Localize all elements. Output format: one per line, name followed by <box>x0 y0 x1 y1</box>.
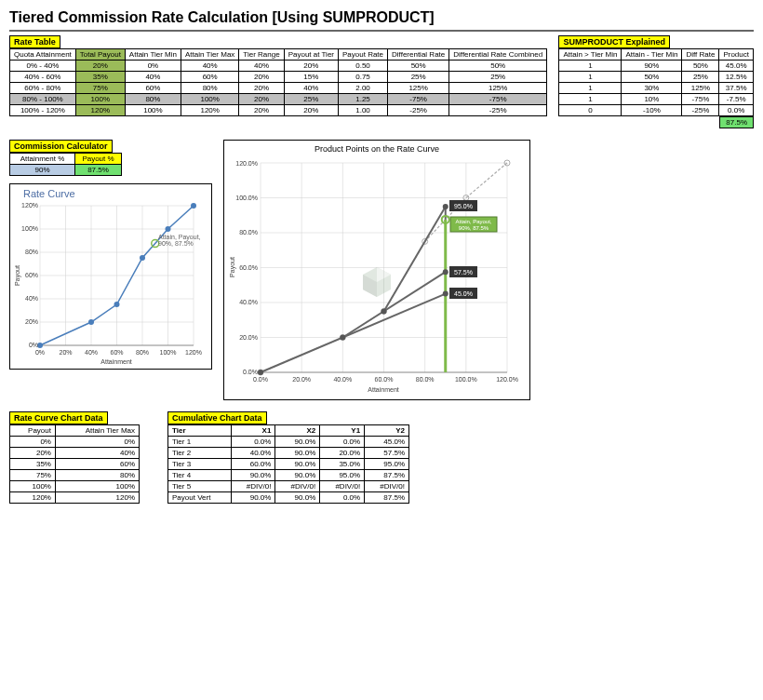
cell: 60% <box>181 72 239 83</box>
rate-table-title: Rate Table <box>9 35 60 48</box>
cell: 25% <box>284 94 338 105</box>
svg-text:Attainment: Attainment <box>100 358 132 364</box>
cell: 2.00 <box>339 83 388 94</box>
cell: #DIV/0! <box>320 481 365 492</box>
col-header: X2 <box>275 425 320 437</box>
cell: 90.0% <box>275 459 320 470</box>
svg-point-17 <box>140 255 145 261</box>
svg-text:0%: 0% <box>35 349 45 356</box>
calculator-table: Attainment % Payout % 90% 87.5% <box>9 153 122 176</box>
cell: 60% <box>125 83 181 94</box>
cell: 1 <box>559 72 622 83</box>
cell: 90.0% <box>275 492 320 504</box>
svg-point-67 <box>443 291 448 297</box>
cell: 45.0% <box>365 437 409 448</box>
svg-line-62 <box>384 207 446 312</box>
cell: 10% <box>622 94 682 105</box>
cell: 125% <box>449 83 547 94</box>
cell: #DIV/0! <box>365 481 409 492</box>
cell: 35% <box>10 459 56 470</box>
cell: 30% <box>622 83 682 94</box>
col-header: Differential Rate Combined <box>449 49 547 61</box>
cell: 87.5% <box>365 492 409 504</box>
col-header: Tier <box>168 425 232 437</box>
rate-curve-chart-title: Rate Curve <box>14 188 207 199</box>
cell: 20% <box>239 105 284 116</box>
cell: Tier 4 <box>168 470 232 481</box>
col-header: Differential Rate <box>388 49 449 61</box>
cell: 45.0% <box>719 61 754 72</box>
cell: 40% <box>239 61 284 72</box>
cell: 0% <box>125 61 181 72</box>
cell: 0.75 <box>339 72 388 83</box>
svg-text:Payout: Payout <box>229 257 236 277</box>
sumproduct-title: SUMPRODUCT Explained <box>558 35 670 48</box>
cell: 25% <box>682 72 719 83</box>
svg-text:60%: 60% <box>25 272 38 278</box>
cell: 20% <box>284 61 338 72</box>
svg-point-66 <box>382 308 387 314</box>
cell: 60% <box>55 459 139 470</box>
cumulative-chart-svg: 95.0% 57.5% 45.0% Attain, Payout, 90%, 8… <box>228 155 526 393</box>
svg-text:100.0%: 100.0% <box>455 376 477 383</box>
cell: 50% <box>682 61 719 72</box>
cell: 100% <box>55 481 139 492</box>
rate-table-section: Rate Table Quota AttainmentTotal PayoutA… <box>9 35 547 128</box>
cell: 0.0% <box>231 437 275 448</box>
svg-point-15 <box>88 319 94 325</box>
cell: 120% <box>55 492 139 504</box>
calc-attain-value[interactable]: 90% <box>10 165 75 176</box>
svg-text:45.0%: 45.0% <box>454 290 473 297</box>
svg-text:40%: 40% <box>85 349 98 356</box>
svg-text:60.0%: 60.0% <box>375 376 394 383</box>
svg-text:Attainment: Attainment <box>368 386 399 393</box>
svg-text:80%: 80% <box>136 349 149 356</box>
svg-line-61 <box>342 272 445 337</box>
cell: -25% <box>682 105 719 116</box>
svg-text:20.0%: 20.0% <box>239 334 258 341</box>
cell: 1 <box>559 94 622 105</box>
svg-text:20.0%: 20.0% <box>292 376 311 383</box>
col-header: Payout Rate <box>339 49 388 61</box>
cell: Tier 3 <box>168 459 232 470</box>
svg-text:0.0%: 0.0% <box>243 369 258 375</box>
cell: 90.0% <box>275 470 320 481</box>
cell: 40% - 60% <box>10 72 76 83</box>
calculator-section: Commission Calculator Attainment % Payou… <box>9 140 212 176</box>
cell: 20% <box>239 94 284 105</box>
cell: 87.5% <box>365 470 409 481</box>
cell: 50% <box>449 61 547 72</box>
cell: -10% <box>622 105 682 116</box>
rate-curve-data-title: Rate Curve Chart Data <box>9 411 108 424</box>
svg-text:120.0%: 120.0% <box>496 376 518 383</box>
cell: 100% <box>75 94 125 105</box>
svg-point-16 <box>114 302 120 307</box>
cell: 57.5% <box>365 448 409 459</box>
cell: 20% <box>284 105 338 116</box>
cell: 1 <box>559 83 622 94</box>
col-header: X1 <box>231 425 275 437</box>
cell: 20% <box>239 72 284 83</box>
cell: 15% <box>284 72 338 83</box>
svg-text:0%: 0% <box>29 342 38 348</box>
svg-text:80.0%: 80.0% <box>239 229 258 236</box>
cell: 12.5% <box>719 72 754 83</box>
col-header: Tier Range <box>239 49 284 61</box>
cell: 35.0% <box>320 459 365 470</box>
svg-text:80.0%: 80.0% <box>416 376 435 383</box>
sumproduct-total: 87.5% <box>558 116 754 128</box>
cell: -25% <box>388 105 449 116</box>
svg-text:120.0%: 120.0% <box>235 160 258 167</box>
cell: 40% <box>181 61 239 72</box>
cell: 1.00 <box>339 105 388 116</box>
cell: 100% - 120% <box>10 105 76 116</box>
cell: 125% <box>682 83 719 94</box>
cell: Tier 2 <box>168 448 232 459</box>
svg-point-69 <box>443 204 448 209</box>
cell: 0.0% <box>320 492 365 504</box>
svg-text:90%, 87.5%: 90%, 87.5% <box>158 240 194 247</box>
cumulative-data-table: TierX1X2Y1Y2 Tier 10.0%90.0%0.0%45.0%Tie… <box>167 424 409 504</box>
rate-curve-data-section: Rate Curve Chart Data PayoutAttain Tier … <box>9 411 140 504</box>
cell: -75% <box>682 94 719 105</box>
cell: 0% <box>55 437 139 448</box>
